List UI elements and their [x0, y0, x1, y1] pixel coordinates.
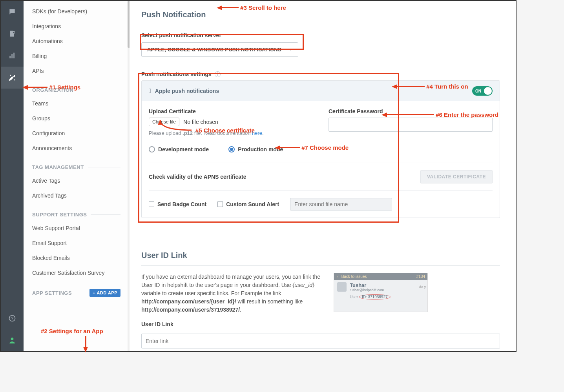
userid-preview-image: ← Back to issues#134 Tushar tushar@helps…	[334, 273, 428, 312]
svg-point-6	[11, 338, 14, 340]
custom-sound-checkbox[interactable]: Custom Sound Alert	[217, 201, 279, 207]
svg-rect-1	[9, 56, 11, 58]
apple-push-panel:  Apple push notifications ON Upload Cer…	[141, 80, 500, 218]
sidebar-header-support: SUPPORT SETTINGS	[24, 203, 129, 221]
upload-cert-label: Upload Certificate	[149, 108, 313, 114]
settings-icon[interactable]	[1, 67, 24, 89]
sidebar-header-tags: TAG MANAGEMENT	[24, 156, 129, 173]
help-icon[interactable]: ?	[1, 307, 24, 329]
development-mode-radio[interactable]: Development mode	[149, 146, 209, 152]
sidebar-item-configuration[interactable]: Configuration	[24, 126, 129, 141]
userid-link-label: User ID Link	[141, 321, 500, 327]
svg-text:?: ?	[11, 316, 13, 321]
chevron-down-icon	[289, 49, 292, 51]
push-server-value: APPLE, GOOGLE & WINDOWS PUSH NOTIFICATIO…	[147, 47, 281, 53]
cert-password-input[interactable]	[329, 118, 493, 132]
docs-icon[interactable]	[1, 23, 24, 45]
sidebar-header-organization: ORGANIZATION	[24, 78, 129, 96]
sidebar-item-automations[interactable]: Automations	[24, 34, 129, 49]
select-server-label: Select push notification server	[141, 32, 500, 38]
sidebar-item-announcements[interactable]: Announcements	[24, 141, 129, 156]
upload-hint: Please upload .p12 file. Read documentat…	[149, 130, 313, 136]
sound-file-input[interactable]	[290, 198, 392, 211]
sidebar-item-groups[interactable]: Groups	[24, 111, 129, 126]
userid-link-title: User ID Link	[141, 249, 500, 266]
chat-icon[interactable]	[1, 1, 24, 23]
sidebar-item-billing[interactable]: Billing	[24, 49, 129, 64]
avatar-icon	[337, 282, 347, 292]
add-app-button[interactable]: + ADD APP	[89, 289, 120, 297]
sidebar-item-csat[interactable]: Customer Satisfaction Survey	[24, 265, 129, 280]
docs-link[interactable]: here	[252, 130, 262, 136]
push-notification-title: Push Notification	[141, 9, 500, 25]
sidebar-item-email-support[interactable]: Email Support	[24, 236, 129, 250]
userid-link-input[interactable]	[141, 334, 500, 348]
nav-rail: ?	[1, 1, 24, 351]
userid-description: If you have an external dashboard to man…	[141, 273, 322, 314]
apple-push-header: Apple push notifications	[155, 88, 219, 94]
sidebar-item-sdks[interactable]: SDKs (for Developers)	[24, 4, 129, 19]
apple-push-toggle[interactable]: ON	[472, 86, 493, 96]
main-content: Push Notification Select push notificati…	[130, 1, 516, 351]
sidebar-item-blocked-emails[interactable]: Blocked Emails	[24, 250, 129, 265]
svg-point-0	[13, 31, 15, 33]
cert-password-label: Certificate Password	[329, 108, 493, 114]
apple-icon: 	[149, 87, 151, 94]
sidebar-header-app-settings: APP SETTINGS + ADD APP	[24, 280, 129, 300]
help-icon[interactable]: ?	[215, 71, 221, 77]
sidebar-item-teams[interactable]: Teams	[24, 96, 129, 111]
push-settings-label: Push notifications settings	[141, 71, 212, 77]
settings-sidebar: SDKs (for Developers) Integrations Autom…	[24, 1, 130, 351]
validate-cert-button: VALIDATE CERTIFICATE	[420, 170, 493, 183]
file-chosen-text: No file chosen	[183, 119, 218, 125]
production-mode-radio[interactable]: Production mode	[228, 146, 283, 152]
push-server-select[interactable]: APPLE, GOOGLE & WINDOWS PUSH NOTIFICATIO…	[141, 42, 298, 57]
analytics-icon[interactable]	[1, 45, 24, 67]
svg-rect-3	[13, 53, 15, 58]
sidebar-item-web-support[interactable]: Web Support Portal	[24, 221, 129, 236]
svg-rect-2	[11, 54, 13, 58]
sidebar-item-active-tags[interactable]: Active Tags	[24, 173, 129, 188]
send-badge-checkbox[interactable]: Send Badge Count	[149, 201, 206, 207]
profile-icon[interactable]	[1, 329, 24, 351]
validate-label: Check validity of the APNS certificate	[149, 174, 246, 180]
choose-file-button[interactable]: Choose file	[149, 118, 179, 126]
sidebar-item-integrations[interactable]: Integrations	[24, 19, 129, 34]
sidebar-item-apis[interactable]: APIs	[24, 64, 129, 78]
sidebar-item-archived-tags[interactable]: Archived Tags	[24, 188, 129, 203]
